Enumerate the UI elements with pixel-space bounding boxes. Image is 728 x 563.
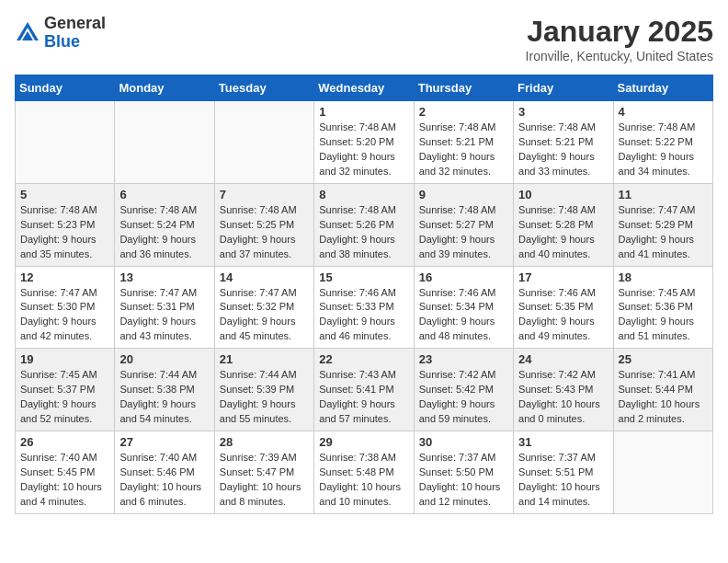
day-number: 14 xyxy=(220,270,309,284)
day-number: 2 xyxy=(419,105,508,119)
day-header-tuesday: Tuesday xyxy=(214,75,313,101)
day-number: 30 xyxy=(419,435,508,449)
day-info: Sunrise: 7:44 AM Sunset: 5:39 PM Dayligh… xyxy=(220,368,309,427)
calendar-week-row: 5Sunrise: 7:48 AM Sunset: 5:23 PM Daylig… xyxy=(16,183,713,266)
calendar-week-row: 12Sunrise: 7:47 AM Sunset: 5:30 PM Dayli… xyxy=(16,266,713,349)
day-number: 7 xyxy=(220,188,309,201)
calendar-cell xyxy=(16,101,115,184)
day-header-friday: Friday xyxy=(514,75,613,101)
calendar-cell: 31Sunrise: 7:37 AM Sunset: 5:51 PM Dayli… xyxy=(514,431,613,514)
calendar-cell: 17Sunrise: 7:46 AM Sunset: 5:35 PM Dayli… xyxy=(514,266,613,349)
calendar-cell: 19Sunrise: 7:45 AM Sunset: 5:37 PM Dayli… xyxy=(16,349,115,431)
day-number: 28 xyxy=(220,435,309,449)
day-header-thursday: Thursday xyxy=(414,75,513,101)
logo-text: General Blue xyxy=(44,15,106,52)
day-info: Sunrise: 7:48 AM Sunset: 5:20 PM Dayligh… xyxy=(319,121,408,179)
day-info: Sunrise: 7:47 AM Sunset: 5:29 PM Dayligh… xyxy=(619,203,708,262)
day-number: 11 xyxy=(619,188,708,201)
month-title: January 2025 xyxy=(526,15,713,49)
day-number: 12 xyxy=(20,270,109,284)
day-info: Sunrise: 7:43 AM Sunset: 5:41 PM Dayligh… xyxy=(319,368,408,427)
calendar-cell xyxy=(613,431,712,514)
calendar-cell xyxy=(214,101,313,184)
day-info: Sunrise: 7:47 AM Sunset: 5:30 PM Dayligh… xyxy=(20,286,109,345)
day-info: Sunrise: 7:47 AM Sunset: 5:31 PM Dayligh… xyxy=(119,286,209,345)
calendar-cell: 11Sunrise: 7:47 AM Sunset: 5:29 PM Dayli… xyxy=(613,183,712,266)
day-number: 23 xyxy=(419,352,508,366)
day-number: 1 xyxy=(319,105,408,119)
day-number: 15 xyxy=(319,270,408,284)
day-header-wednesday: Wednesday xyxy=(314,75,414,101)
calendar-cell: 9Sunrise: 7:48 AM Sunset: 5:27 PM Daylig… xyxy=(414,183,513,266)
day-header-monday: Monday xyxy=(115,75,214,101)
calendar-table: SundayMondayTuesdayWednesdayThursdayFrid… xyxy=(15,75,713,514)
day-number: 6 xyxy=(119,188,209,201)
location-text: Ironville, Kentucky, United States xyxy=(526,49,713,63)
day-number: 27 xyxy=(119,435,209,449)
day-info: Sunrise: 7:48 AM Sunset: 5:28 PM Dayligh… xyxy=(518,203,608,262)
calendar-header-row: SundayMondayTuesdayWednesdayThursdayFrid… xyxy=(16,75,713,101)
day-info: Sunrise: 7:46 AM Sunset: 5:34 PM Dayligh… xyxy=(419,286,508,345)
calendar-cell: 20Sunrise: 7:44 AM Sunset: 5:38 PM Dayli… xyxy=(115,349,214,431)
calendar-cell: 24Sunrise: 7:42 AM Sunset: 5:43 PM Dayli… xyxy=(514,349,613,431)
day-number: 8 xyxy=(319,188,408,201)
calendar-cell xyxy=(115,101,214,184)
calendar-week-row: 19Sunrise: 7:45 AM Sunset: 5:37 PM Dayli… xyxy=(16,349,713,431)
calendar-cell: 6Sunrise: 7:48 AM Sunset: 5:24 PM Daylig… xyxy=(115,183,214,266)
day-info: Sunrise: 7:48 AM Sunset: 5:24 PM Dayligh… xyxy=(119,203,209,262)
day-info: Sunrise: 7:48 AM Sunset: 5:23 PM Dayligh… xyxy=(20,203,109,262)
day-header-saturday: Saturday xyxy=(613,75,712,101)
day-info: Sunrise: 7:44 AM Sunset: 5:38 PM Dayligh… xyxy=(119,368,209,427)
day-info: Sunrise: 7:42 AM Sunset: 5:42 PM Dayligh… xyxy=(419,368,508,427)
day-number: 13 xyxy=(119,270,209,284)
day-info: Sunrise: 7:39 AM Sunset: 5:47 PM Dayligh… xyxy=(220,451,309,510)
logo-icon xyxy=(15,20,40,46)
day-number: 21 xyxy=(220,352,309,366)
day-number: 19 xyxy=(20,352,109,366)
calendar-cell: 29Sunrise: 7:38 AM Sunset: 5:48 PM Dayli… xyxy=(314,431,414,514)
day-number: 20 xyxy=(119,352,209,366)
day-info: Sunrise: 7:40 AM Sunset: 5:45 PM Dayligh… xyxy=(20,451,109,510)
calendar-cell: 7Sunrise: 7:48 AM Sunset: 5:25 PM Daylig… xyxy=(214,183,313,266)
day-info: Sunrise: 7:47 AM Sunset: 5:32 PM Dayligh… xyxy=(220,286,309,345)
day-info: Sunrise: 7:37 AM Sunset: 5:51 PM Dayligh… xyxy=(518,451,608,510)
logo-blue-text: Blue xyxy=(44,32,80,51)
day-info: Sunrise: 7:48 AM Sunset: 5:25 PM Dayligh… xyxy=(220,203,309,262)
day-number: 24 xyxy=(518,352,608,366)
calendar-cell: 21Sunrise: 7:44 AM Sunset: 5:39 PM Dayli… xyxy=(214,349,313,431)
day-number: 5 xyxy=(20,188,109,201)
day-info: Sunrise: 7:45 AM Sunset: 5:37 PM Dayligh… xyxy=(20,368,109,427)
day-header-sunday: Sunday xyxy=(16,75,115,101)
calendar-cell: 4Sunrise: 7:48 AM Sunset: 5:22 PM Daylig… xyxy=(613,101,712,184)
calendar-cell: 22Sunrise: 7:43 AM Sunset: 5:41 PM Dayli… xyxy=(314,349,414,431)
calendar-cell: 18Sunrise: 7:45 AM Sunset: 5:36 PM Dayli… xyxy=(613,266,712,349)
calendar-cell: 25Sunrise: 7:41 AM Sunset: 5:44 PM Dayli… xyxy=(613,349,712,431)
title-block: January 2025 Ironville, Kentucky, United… xyxy=(526,15,713,63)
day-info: Sunrise: 7:46 AM Sunset: 5:35 PM Dayligh… xyxy=(518,286,608,345)
day-info: Sunrise: 7:37 AM Sunset: 5:50 PM Dayligh… xyxy=(419,451,508,510)
day-info: Sunrise: 7:42 AM Sunset: 5:43 PM Dayligh… xyxy=(518,368,608,427)
day-number: 22 xyxy=(319,352,408,366)
day-info: Sunrise: 7:40 AM Sunset: 5:46 PM Dayligh… xyxy=(119,451,209,510)
logo: General Blue xyxy=(15,15,106,52)
calendar-cell: 8Sunrise: 7:48 AM Sunset: 5:26 PM Daylig… xyxy=(314,183,414,266)
day-number: 26 xyxy=(20,435,109,449)
calendar-cell: 14Sunrise: 7:47 AM Sunset: 5:32 PM Dayli… xyxy=(214,266,313,349)
day-number: 18 xyxy=(619,270,708,284)
calendar-cell: 16Sunrise: 7:46 AM Sunset: 5:34 PM Dayli… xyxy=(414,266,513,349)
calendar-cell: 10Sunrise: 7:48 AM Sunset: 5:28 PM Dayli… xyxy=(514,183,613,266)
day-info: Sunrise: 7:48 AM Sunset: 5:27 PM Dayligh… xyxy=(419,203,508,262)
day-number: 9 xyxy=(419,188,508,201)
day-number: 17 xyxy=(518,270,608,284)
day-number: 31 xyxy=(518,435,608,449)
calendar-cell: 2Sunrise: 7:48 AM Sunset: 5:21 PM Daylig… xyxy=(414,101,513,184)
calendar-week-row: 26Sunrise: 7:40 AM Sunset: 5:45 PM Dayli… xyxy=(16,431,713,514)
calendar-cell: 26Sunrise: 7:40 AM Sunset: 5:45 PM Dayli… xyxy=(16,431,115,514)
day-number: 4 xyxy=(619,105,708,119)
day-info: Sunrise: 7:46 AM Sunset: 5:33 PM Dayligh… xyxy=(319,286,408,345)
day-number: 3 xyxy=(518,105,608,119)
day-info: Sunrise: 7:48 AM Sunset: 5:21 PM Dayligh… xyxy=(518,121,608,179)
day-number: 29 xyxy=(319,435,408,449)
calendar-cell: 1Sunrise: 7:48 AM Sunset: 5:20 PM Daylig… xyxy=(314,101,414,184)
calendar-cell: 5Sunrise: 7:48 AM Sunset: 5:23 PM Daylig… xyxy=(16,183,115,266)
